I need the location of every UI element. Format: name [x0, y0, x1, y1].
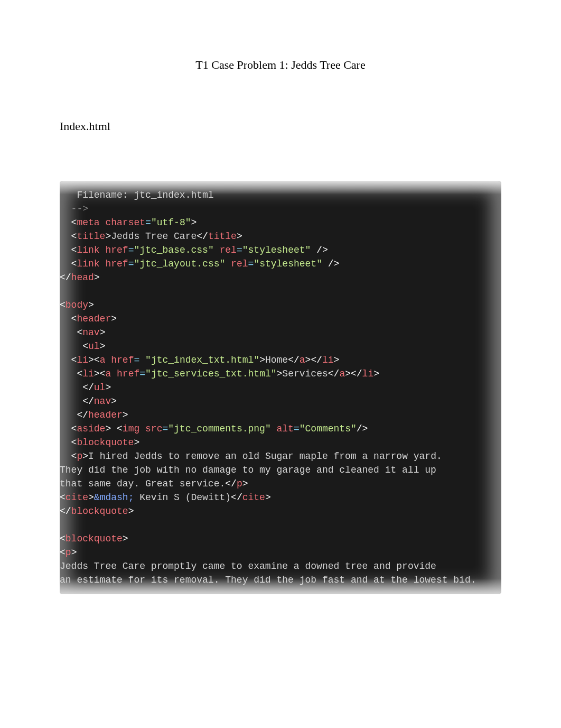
code-token: > — [111, 314, 117, 324]
code-token: li — [77, 355, 88, 365]
code-token: a — [300, 355, 305, 365]
code-token: < — [60, 300, 66, 310]
code-token — [100, 259, 106, 269]
code-token: title — [208, 231, 237, 242]
code-token: < — [60, 368, 82, 379]
code-token: href — [111, 355, 134, 365]
code-token: < — [60, 547, 66, 558]
code-token: Jedds Tree Care promptly came to examine… — [60, 561, 436, 572]
code-token: /> — [322, 259, 339, 269]
code-token: > — [105, 382, 111, 393]
code-token: = — [128, 259, 134, 269]
code-token — [271, 423, 277, 434]
code-token: nav — [82, 327, 99, 338]
section-label: Index.html — [60, 119, 561, 133]
code-token: ul — [88, 341, 100, 352]
code-token: ></ — [305, 355, 322, 365]
code-token: alt — [277, 423, 294, 434]
code-token: href — [117, 368, 139, 379]
code-token: >< — [88, 355, 100, 365]
code-line: <nav> — [60, 326, 501, 339]
code-token: = — [248, 259, 254, 269]
code-token: header — [88, 410, 123, 420]
code-token: < — [60, 231, 77, 242]
code-line: <header> — [60, 312, 501, 326]
code-token: blockquote — [66, 533, 123, 544]
code-line: </head> — [60, 271, 501, 284]
code-line: </blockquote> — [60, 504, 501, 518]
code-token: p — [237, 478, 242, 489]
code-token: li — [322, 355, 334, 365]
code-token: "jtc_comments.png" — [168, 423, 270, 434]
code-token — [139, 423, 145, 434]
code-line: </ul> — [60, 381, 501, 394]
code-token: </ — [60, 382, 94, 393]
code-token: > — [82, 451, 88, 462]
code-line: <li><a href="jtc_services_txt.html">Serv… — [60, 367, 501, 381]
code-token: </ — [328, 368, 340, 379]
code-token: "stylesheet" — [242, 245, 311, 255]
code-line: that same day. Great service.</p> — [60, 477, 501, 491]
code-token: > — [100, 341, 106, 352]
code-token: < — [60, 437, 77, 448]
code-line: Filename: jtc_index.html — [60, 188, 501, 202]
code-token: > — [105, 231, 111, 242]
code-token: > < — [105, 423, 122, 434]
code-token: cite — [242, 492, 265, 503]
code-token: > — [88, 492, 94, 503]
code-token — [100, 245, 106, 255]
code-token: > — [100, 327, 106, 338]
code-token: "stylesheet" — [254, 259, 322, 269]
code-token: < — [60, 245, 77, 255]
code-token: title — [77, 231, 105, 242]
code-token: Kevin S (Dewitt) — [134, 492, 231, 503]
code-token: >< — [94, 368, 106, 379]
code-token: "jtc_index_txt.html" — [145, 355, 259, 365]
code-token — [214, 245, 220, 255]
code-token: = — [128, 245, 134, 255]
code-line: <title>Jedds Tree Care</title> — [60, 229, 501, 243]
code-token: src — [145, 423, 162, 434]
code-line: <body> — [60, 298, 501, 312]
code-token: > — [94, 272, 100, 283]
code-token: </ — [231, 492, 242, 503]
code-token: charset — [105, 217, 145, 228]
code-token: aside — [77, 423, 105, 434]
code-token: that same day. Great service. — [60, 478, 225, 489]
code-token: > — [71, 547, 77, 558]
code-token: an estimate for its removal. They did th… — [60, 575, 476, 585]
code-token: ul — [94, 382, 106, 393]
code-token: < — [60, 314, 77, 324]
code-token: meta — [77, 217, 99, 228]
code-token: ></ — [345, 368, 362, 379]
code-token — [100, 217, 106, 228]
code-line: </header> — [60, 408, 501, 422]
code-token: = — [294, 423, 300, 434]
code-line — [60, 284, 501, 298]
code-line: </nav> — [60, 394, 501, 408]
code-token: /> — [357, 423, 368, 434]
code-token: = — [139, 368, 145, 379]
code-token: Home — [265, 355, 288, 365]
code-line: <link href="jtc_layout.css" rel="stylesh… — [60, 257, 501, 271]
code-block: Filename: jtc_index.html --> <meta chars… — [60, 181, 501, 594]
code-token: < — [60, 259, 77, 269]
code-token: </ — [60, 506, 71, 517]
code-token: > — [259, 355, 265, 365]
code-token: They did the job with no damage to my ga… — [60, 465, 436, 475]
code-line: <blockquote> — [60, 532, 501, 546]
code-token: > — [373, 368, 379, 379]
code-token: > — [237, 231, 242, 242]
code-token: "jtc_services_txt.html" — [145, 368, 276, 379]
code-token: < — [60, 217, 77, 228]
code-token: link — [77, 245, 99, 255]
code-line: --> — [60, 202, 501, 216]
code-line: Jedds Tree Care promptly came to examine… — [60, 559, 501, 573]
code-token: p — [66, 547, 71, 558]
code-token: < — [60, 355, 77, 365]
code-token — [111, 368, 117, 379]
code-line: <p>I hired Jedds to remove an old Sugar … — [60, 449, 501, 463]
code-token: blockquote — [77, 437, 134, 448]
code-token: cite — [66, 492, 88, 503]
code-line: <meta charset="utf-8"> — [60, 216, 501, 229]
